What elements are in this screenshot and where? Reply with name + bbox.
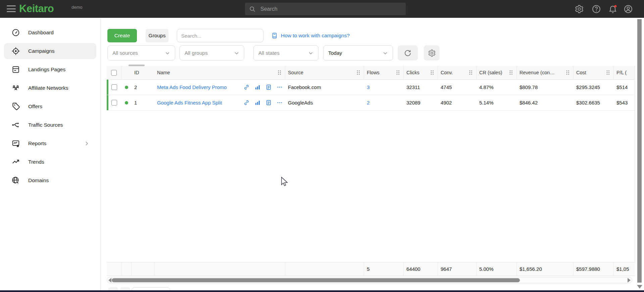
column-drag-handle-icon[interactable]: [356, 70, 360, 75]
sidebar-item-traffic-sources[interactable]: Traffic Sources: [4, 117, 96, 133]
date-range-value: Today: [328, 50, 342, 56]
domains-globe-icon: [11, 176, 20, 185]
mouse-cursor: [281, 177, 289, 187]
revenue-value: $809.78: [517, 80, 574, 95]
help-campaigns-link[interactable]: How to work with campaigns?: [271, 32, 350, 39]
campaign-report-icon[interactable]: [265, 99, 272, 106]
sidebar-item-landings-pages[interactable]: Landings Pages: [4, 61, 96, 78]
column-drag-handle-icon[interactable]: [509, 70, 513, 75]
sidebar-item-affiliate-networks[interactable]: Affiliate Networks: [4, 80, 96, 96]
groups-button[interactable]: Groups: [146, 29, 168, 42]
sources-filter-dropdown[interactable]: All sources: [107, 45, 175, 60]
conv-column-header[interactable]: Conv.: [438, 66, 477, 79]
search-icon: [249, 6, 256, 12]
sidebar-item-reports[interactable]: Reports: [4, 135, 96, 152]
chevron-right-icon: [84, 140, 90, 147]
source-column-header[interactable]: Source: [285, 66, 364, 79]
campaign-link-icon[interactable]: [243, 84, 250, 90]
pl-column-header[interactable]: P/L (: [614, 66, 635, 79]
cr-sales-column-header[interactable]: CR (sales): [477, 66, 517, 79]
sidebar-label: Trends: [28, 159, 44, 165]
sidebar-label: Campaigns: [28, 48, 54, 54]
cost-column-header[interactable]: Cost: [574, 66, 614, 79]
help-icon[interactable]: [592, 4, 601, 14]
account-icon[interactable]: [624, 4, 633, 14]
cost-value: $302.6635: [574, 95, 614, 110]
campaign-link-icon[interactable]: [243, 99, 250, 106]
total-conversions: 9647: [438, 262, 477, 276]
states-filter-dropdown[interactable]: All states: [253, 45, 318, 60]
total-clicks: 64400: [404, 262, 438, 276]
column-drag-handle-icon[interactable]: [277, 70, 282, 75]
book-icon: [271, 32, 278, 39]
flows-count-link[interactable]: 3: [367, 84, 369, 90]
column-drag-handle-icon[interactable]: [606, 70, 610, 75]
campaigns-search-input[interactable]: [177, 29, 263, 42]
id-column-header[interactable]: ID: [132, 66, 154, 79]
create-button[interactable]: Create: [107, 29, 137, 42]
scroll-left-arrow[interactable]: [108, 278, 111, 283]
sidebar-item-domains[interactable]: Domains: [4, 172, 96, 189]
clicks-value: 32089: [404, 95, 438, 110]
affiliate-networks-icon: [11, 84, 20, 92]
clicks-column-header[interactable]: Clicks: [404, 66, 438, 79]
column-drag-handle-icon[interactable]: [565, 70, 570, 75]
row-checkbox[interactable]: [111, 84, 117, 90]
sidebar-item-offers[interactable]: $ Offers: [4, 98, 96, 115]
more-actions-icon[interactable]: [277, 99, 283, 106]
pl-value: $514: [614, 80, 635, 95]
global-search-input[interactable]: [260, 6, 402, 12]
flows-count-link[interactable]: 2: [367, 100, 369, 106]
more-actions-icon[interactable]: [277, 84, 283, 90]
campaign-row[interactable]: 1 Google Ads Fitness App Split GoogleAds…: [107, 95, 635, 111]
demo-badge: demo: [71, 5, 83, 10]
sidebar-item-trends[interactable]: Trends: [4, 154, 96, 170]
horizontal-scrollbar-thumb[interactable]: [112, 278, 520, 282]
name-column-header[interactable]: Name: [154, 66, 285, 79]
chevron-down-icon: [383, 50, 388, 56]
row-checkbox[interactable]: [111, 100, 117, 106]
sidebar-label: Reports: [28, 140, 46, 147]
global-search[interactable]: [245, 3, 406, 15]
campaign-row[interactable]: 2 Meta Ads Food Delivery Promo Facebook.…: [107, 80, 635, 95]
settings-gear-icon[interactable]: [575, 4, 584, 14]
date-range-dropdown[interactable]: Today: [323, 45, 393, 60]
traffic-sources-icon: [11, 121, 20, 129]
campaign-id: 1: [132, 95, 154, 110]
campaign-stats-icon[interactable]: [254, 84, 261, 90]
vertical-scrollbar-thumb[interactable]: [637, 19, 642, 283]
status-dot-active: [125, 86, 128, 89]
sidebar-item-dashboard[interactable]: Dashboard: [4, 25, 96, 41]
notification-dot: [614, 5, 616, 7]
select-all-checkbox[interactable]: [111, 70, 117, 76]
horizontal-scrollbar[interactable]: [107, 277, 632, 283]
dashboard-icon: [11, 28, 20, 37]
table-settings-button[interactable]: [424, 45, 440, 60]
cost-value: $295.3245: [574, 80, 614, 95]
campaign-stats-icon[interactable]: [254, 99, 261, 106]
scroll-right-arrow[interactable]: [628, 278, 631, 283]
svg-text:$: $: [14, 103, 15, 107]
campaign-name-link[interactable]: Google Ads Fitness App Split: [157, 100, 222, 106]
column-drag-handle-icon[interactable]: [430, 70, 434, 75]
cr-value: 4.87%: [477, 80, 517, 95]
refresh-button[interactable]: [398, 45, 418, 60]
revenue-column-header[interactable]: Revenue (con…: [517, 66, 574, 79]
scroll-down-arrow[interactable]: [637, 285, 642, 289]
topbar: Keitaro demo: [0, 0, 644, 18]
sidebar-item-campaigns[interactable]: Campaigns: [4, 43, 96, 59]
column-drag-handle-icon[interactable]: [468, 70, 473, 75]
total-pl: $1,05: [614, 262, 635, 276]
campaign-report-icon[interactable]: [265, 84, 272, 90]
sources-filter-value: All sources: [112, 50, 138, 56]
column-drag-handle-icon[interactable]: [396, 70, 400, 75]
campaign-name-link[interactable]: Meta Ads Food Delivery Promo: [157, 84, 227, 90]
groups-filter-dropdown[interactable]: All groups: [180, 45, 244, 60]
select-all-cell: [107, 66, 121, 79]
flows-column-header[interactable]: Flows: [364, 66, 404, 79]
chevron-down-icon: [165, 50, 170, 56]
sidebar-label: Offers: [28, 103, 42, 110]
notifications-bell-icon[interactable]: [608, 4, 617, 14]
hamburger-menu-icon[interactable]: [7, 5, 16, 13]
app-logo: Keitaro: [19, 3, 54, 15]
